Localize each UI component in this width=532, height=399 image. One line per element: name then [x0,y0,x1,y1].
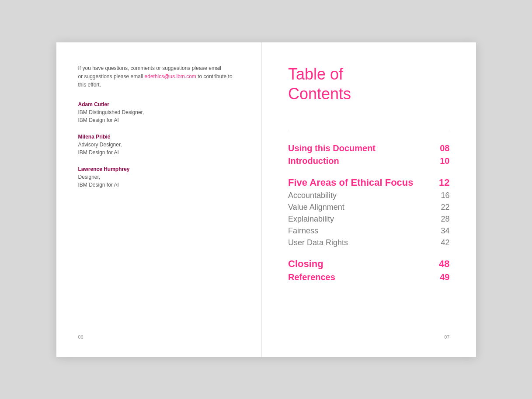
toc-number-closing: 48 [439,258,449,270]
intro-text-1: If you have questions, comments or sugge… [78,65,222,71]
toc-entry-references: References 49 [288,272,450,282]
toc-entry-intro: Introduction 10 [288,156,450,166]
book-spread: If you have questions, comments or sugge… [56,42,476,357]
page-number-left: 06 [78,334,240,340]
contributor-2-role: Advisory Designer,IBM Design for AI [78,141,240,156]
left-content: If you have questions, comments or sugge… [78,64,240,334]
toc-divider [288,130,450,130]
page-number-right: 07 [288,334,450,340]
contributor-2: Milena Pribić Advisory Designer,IBM Desi… [78,134,240,156]
contributor-1-role: IBM Distinguished Designer,IBM Design fo… [78,108,240,124]
contributor-3-name: Lawrence Humphrey [78,166,240,172]
toc-label-explainability: Explainability [288,215,334,224]
toc-label-value-alignment: Value Alignment [288,203,344,212]
toc-number-explainability: 28 [441,215,449,224]
toc-number-intro: 10 [440,156,449,166]
toc-entry-accountability: Accountability 16 [288,191,450,200]
toc-entry-closing: Closing 48 [288,258,450,270]
toc-label-five-areas: Five Areas of Ethical Focus [288,177,414,188]
toc-entry-fairness: Fairness 34 [288,226,450,236]
toc-entry-using: Using this Document 08 [288,143,450,153]
contributor-1-name: Adam Cutler [78,101,240,108]
toc-number-five-areas: 12 [439,177,449,188]
page-right: Table of Contents Using this Document 08… [262,42,476,357]
toc-section-closing: Closing 48 References 49 [288,258,450,282]
toc-section-five-areas: Five Areas of Ethical Focus 12 Accountab… [288,177,450,247]
toc-main: Table of Contents Using this Document 08… [288,64,450,334]
toc-label-fairness: Fairness [288,226,318,236]
toc-number-fairness: 34 [441,226,449,236]
intro-text-2: or suggestions please email [78,73,145,80]
toc-label-user-data-rights: User Data Rights [288,238,348,247]
toc-title-line1: Table of [288,65,343,83]
toc-label-intro: Introduction [288,156,339,166]
email-link[interactable]: edethics@us.ibm.com [145,73,196,80]
contributor-3-role: Designer,IBM Design for AI [78,173,240,189]
toc-label-references: References [288,272,335,282]
toc-number-references: 49 [440,272,449,282]
page-left: If you have questions, comments or sugge… [56,42,262,357]
toc-entry-explainability: Explainability 28 [288,215,450,224]
toc-label-closing: Closing [288,258,323,270]
toc-entry-user-data-rights: User Data Rights 42 [288,238,450,247]
toc-label-using: Using this Document [288,143,376,153]
intro-paragraph: If you have questions, comments or sugge… [78,64,240,90]
toc-number-accountability: 16 [441,191,449,200]
toc-entry-five-areas: Five Areas of Ethical Focus 12 [288,177,450,188]
contributor-3: Lawrence Humphrey Designer,IBM Design fo… [78,166,240,189]
toc-title: Table of Contents [288,64,450,104]
toc-title-line2: Contents [288,85,351,103]
toc-number-value-alignment: 22 [441,203,449,212]
contributor-2-name: Milena Pribić [78,134,240,140]
contributor-1: Adam Cutler IBM Distinguished Designer,I… [78,101,240,124]
toc-number-using: 08 [440,143,449,153]
toc-number-user-data-rights: 42 [441,238,449,247]
toc-entry-value-alignment: Value Alignment 22 [288,203,450,212]
toc-label-accountability: Accountability [288,191,337,200]
toc-section-using: Using this Document 08 Introduction 10 [288,143,450,166]
